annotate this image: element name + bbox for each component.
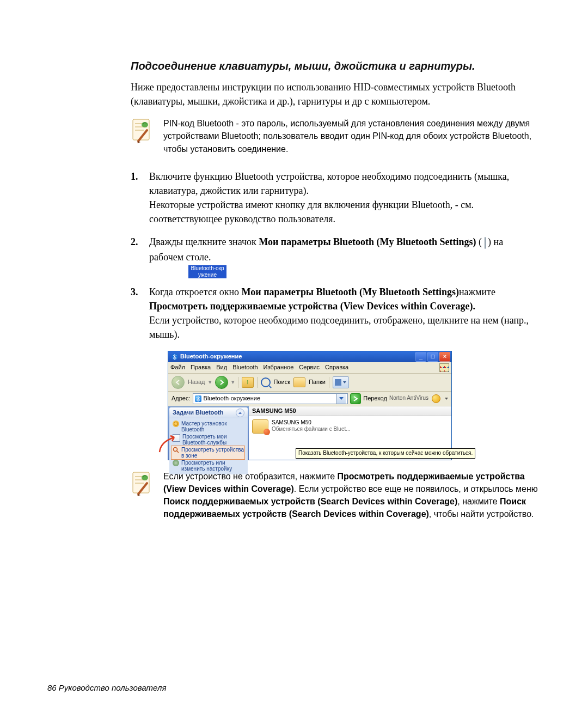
step-3-pre: Когда откроется окно (149, 287, 242, 297)
step-1-text-a: Включите функцию Bluetooth устройства, к… (149, 171, 509, 196)
task-pane-body: Мастер установок Bluetooth Просмотреть м… (169, 418, 248, 474)
step-2-mid: ( (476, 236, 482, 247)
page-footer: 86 Руководство пользователя (47, 683, 166, 692)
note2-b2: Поиск поддерживаемых устройств (Search D… (163, 497, 457, 506)
note-icon (131, 117, 154, 145)
norton-icon (432, 394, 440, 403)
step-3-bold2: Просмотреть поддерживаемые устройства (V… (149, 301, 475, 312)
chevron-down-icon (343, 381, 346, 383)
task-link-wizard[interactable]: Мастер установок Bluetooth (173, 420, 244, 433)
back-label: Назад (188, 378, 205, 387)
bluetooth-desktop-icon-wrapper (485, 236, 486, 250)
task-pane: Задачи Bluetooth Мастер установок Blueto… (168, 406, 249, 460)
intro-paragraph: Ниже предоставлены инструкции по использ… (131, 80, 539, 108)
task-link-label: Просмотреть устройства в зоне (181, 447, 244, 459)
step-1-text-b: Некоторые устройства имеют кнопку для вк… (149, 198, 539, 226)
step-2: Дважды щелкните значок Мои параметры Blu… (131, 235, 539, 278)
menu-help[interactable]: Справка (325, 363, 348, 372)
navigation-toolbar: Назад ▾ ▾ Поиск Папки (168, 374, 451, 392)
folders-label[interactable]: Папки (309, 378, 326, 387)
note2-t2: . Если устройство все еще не появилось, … (294, 484, 538, 493)
icon-caption-line2: ужение (188, 272, 226, 278)
folders-icon (293, 377, 305, 387)
gear-icon (173, 460, 179, 466)
bluetooth-icon (195, 395, 201, 402)
step-2-bold: Мои параметры Bluetooth (My Bluetooth Se… (259, 236, 476, 247)
grid-icon (335, 379, 341, 386)
window-maximize-button[interactable]: □ (427, 352, 438, 362)
bluetooth-icon (171, 354, 178, 360)
go-label: Переход (363, 394, 387, 403)
document-page: Подсоединение клавиатуры, мыши, джойстик… (0, 0, 588, 713)
main-pane: SAMSUNG M50 SAMSUNG M50 Обменяться файла… (249, 406, 451, 460)
toolbar-divider (238, 377, 238, 388)
norton-label: Norton AntiVirus (389, 394, 428, 403)
explorer-window: Bluetooth-окружение _ □ × Файл Правка Ви… (168, 351, 452, 460)
device-name: SAMSUNG M50 (272, 419, 351, 426)
step-1: Включите функцию Bluetooth устройства, к… (131, 169, 539, 226)
menu-view[interactable]: Вид (216, 363, 227, 372)
window-close-button[interactable]: × (439, 352, 450, 362)
note-icon (131, 470, 154, 498)
menu-tools[interactable]: Сервис (299, 363, 320, 372)
step-3-after: Если устройство, которое необходимо подс… (149, 313, 539, 342)
note-block-2: Если устройство не отобразится, нажмите … (131, 470, 539, 521)
explorer-content: Задачи Bluetooth Мастер установок Blueto… (168, 406, 451, 460)
task-link-label: Просмотреть или изменить настройку (181, 460, 244, 472)
arrow-right-icon (219, 380, 224, 385)
bluetooth-desktop-icon (485, 237, 486, 249)
address-bar: Адрес: Bluetooth-окружение Переход Norto… (168, 392, 451, 406)
chevron-down-icon (445, 398, 448, 400)
device-text: SAMSUNG M50 Обменяться файлами с Bluet..… (272, 419, 351, 432)
search-icon (261, 377, 271, 387)
column-header[interactable]: SAMSUNG M50 (249, 406, 451, 417)
address-input[interactable]: Bluetooth-окружение (193, 393, 348, 404)
step-3: Когда откроется окно Мои параметры Bluet… (131, 285, 539, 460)
note-text-1: PIN-код Bluetooth - это пароль, использу… (163, 117, 539, 155)
step-3-mid: нажмите (459, 287, 495, 297)
task-link-label: Просмотреть мои Bluetooth-службы (182, 434, 244, 446)
search-label[interactable]: Поиск (274, 378, 290, 387)
note2-t3: , нажмите (457, 497, 500, 506)
task-link-view-devices[interactable]: Просмотреть устройства в зоне (171, 446, 244, 459)
icon-caption: Bluetooth-окр ужение (188, 265, 539, 278)
task-header-label: Задачи Bluetooth (173, 409, 223, 417)
task-link-my-services[interactable]: Просмотреть мои Bluetooth-службы (173, 433, 244, 446)
note2-t4: , чтобы найти устройство. (429, 509, 534, 519)
note-text-2: Если устройство не отобразится, нажмите … (163, 470, 539, 521)
forward-button[interactable] (215, 376, 228, 389)
toolbar-divider-3 (329, 377, 329, 388)
task-pane-header[interactable]: Задачи Bluetooth (169, 407, 248, 418)
callout-arrow-icon (158, 434, 177, 454)
menu-bluetooth[interactable]: Bluetooth (232, 363, 258, 372)
note-block-1: PIN-код Bluetooth - это пароль, использу… (131, 117, 539, 155)
device-description: Обменяться файлами с Bluet... (272, 426, 351, 432)
arrow-left-icon (175, 380, 181, 385)
menu-favorites[interactable]: Избранное (264, 363, 294, 372)
address-value: Bluetooth-окружение (204, 394, 335, 403)
address-dropdown-button[interactable] (336, 394, 346, 404)
window-minimize-button[interactable]: _ (415, 352, 426, 362)
task-link-label: Мастер установок Bluetooth (181, 421, 244, 432)
step-3-bold1: Мои параметры Bluetooth (My Bluetooth Se… (242, 287, 459, 297)
go-button[interactable] (350, 393, 361, 404)
tooltip: Показать Bluetooth-устройства, к которым… (296, 448, 475, 459)
device-item[interactable]: SAMSUNG M50 Обменяться файлами с Bluet..… (249, 416, 451, 437)
window-titlebar[interactable]: Bluetooth-окружение _ □ × (168, 351, 451, 362)
step-2-pre: Дважды щелкните значок (149, 236, 259, 247)
task-link-settings[interactable]: Просмотреть или изменить настройку (173, 459, 244, 472)
up-one-level-button[interactable] (242, 377, 254, 388)
views-button[interactable] (333, 376, 349, 388)
window-title: Bluetooth-окружение (180, 352, 414, 361)
ordered-steps: Включите функцию Bluetooth устройства, к… (131, 169, 539, 460)
menu-file[interactable]: Файл (170, 363, 185, 372)
menu-bar: Файл Правка Вид Bluetooth Избранное Серв… (168, 362, 451, 374)
address-label: Адрес: (171, 394, 191, 403)
chevron-down-icon (339, 397, 344, 400)
collapse-button[interactable] (236, 409, 244, 417)
back-button[interactable] (171, 376, 185, 389)
wizard-icon (173, 421, 179, 427)
menu-edit[interactable]: Правка (191, 363, 211, 372)
toolbar-divider-2 (257, 377, 258, 388)
arrow-right-icon (353, 396, 358, 401)
